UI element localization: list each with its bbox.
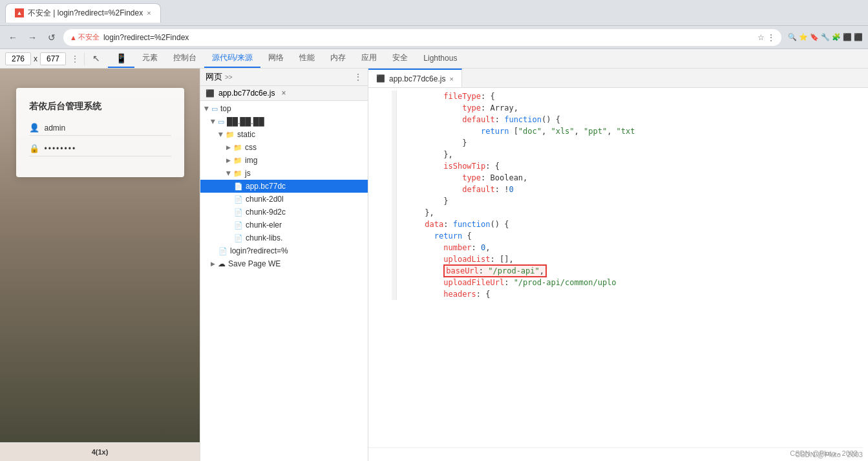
arrow-js: ▶ — [226, 171, 232, 176]
code-line-1: fileType: { — [368, 91, 868, 102]
code-line-3: default: function() { — [368, 114, 868, 125]
mobile-icon: 📱 — [116, 53, 127, 63]
lineno — [371, 160, 392, 172]
lineno — [371, 102, 392, 114]
code-line-2: type: Array, — [368, 102, 868, 114]
code-text: baseUrl: "/prod-api", — [397, 265, 865, 277]
code-line-4: return ["doc", "xls", "ppt", "txt — [368, 125, 868, 137]
code-line-10: } — [368, 195, 868, 207]
tree-label-app: app.bc77dc — [246, 182, 286, 191]
tree-item-static[interactable]: ▶ 📁 static — [200, 128, 368, 141]
webpage-background: 若依后台管理系统 👤 admin 🔒 •••••••• — [0, 69, 200, 442]
tab-sources[interactable]: 源代码/来源 — [204, 49, 260, 68]
performance-label: 性能 — [299, 52, 315, 63]
lineno — [371, 265, 392, 277]
tree-item-top[interactable]: ▶ ▭ top — [200, 102, 368, 115]
tree-item-chunk1[interactable]: 📄 chunk-2d0l — [200, 193, 368, 206]
watermark-fixed: CSDN @Pluto - 2003 — [795, 451, 863, 458]
code-text: type: Boolean, — [397, 172, 865, 184]
tree-item-img[interactable]: ▶ 📁 img — [200, 154, 368, 167]
tree-item-css[interactable]: ▶ 📁 css — [200, 141, 368, 154]
width-input[interactable] — [5, 52, 31, 65]
tree-label-css: css — [245, 143, 257, 152]
tree-label-chunk4: chunk-libs. — [246, 233, 282, 242]
code-text: } — [397, 195, 865, 207]
code-text: default: !0 — [397, 184, 865, 195]
tab-bar: ▲ 不安全 | login?redirect=%2Findex × — [0, 0, 868, 26]
tab-cursor[interactable]: ↖ — [85, 49, 108, 68]
code-line-7: isShowTip: { — [368, 160, 868, 172]
lineno — [371, 91, 392, 102]
code-text: data: function() { — [397, 219, 865, 230]
code-text: isShowTip: { — [397, 160, 865, 172]
tree-item-app-file[interactable]: 📄 app.bc77dc — [200, 180, 368, 193]
password-value: •••••••• — [45, 144, 77, 153]
login-bottom-bar: 4(1x) — [0, 442, 200, 461]
code-line-11: }, — [368, 207, 868, 219]
tree-label-chunk3: chunk-eler — [246, 220, 282, 230]
lineno — [371, 230, 392, 242]
code-line-9: default: !0 — [368, 184, 868, 195]
code-text: }, — [397, 149, 865, 160]
code-text: return ["doc", "xls", "ppt", "txt — [397, 125, 865, 137]
code-text: uploadFileUrl: "/prod-api/common/uplo — [397, 277, 865, 288]
arrow-top: ▶ — [204, 107, 210, 111]
tab-security[interactable]: 安全 — [385, 49, 416, 68]
tab-console[interactable]: 控制台 — [165, 49, 204, 68]
code-text: return { — [397, 230, 865, 242]
tree-item-js[interactable]: ▶ 📁 js — [200, 167, 368, 180]
tab-mobile[interactable]: 📱 — [108, 49, 134, 68]
folder-icon-top: ▭ — [211, 105, 218, 113]
tab-memory[interactable]: 内存 — [323, 49, 354, 68]
more-options-icon[interactable]: ⋮ — [71, 54, 79, 63]
back-button[interactable]: ← — [5, 30, 21, 45]
address-bar-row: ← → ↺ ▲ 不安全 login?redirect=%2Findex ☆ ⋮ … — [0, 26, 868, 49]
tree-item-savepage[interactable]: ▶ ☁ Save Page WE — [200, 257, 368, 270]
tab-application[interactable]: 应用 — [354, 49, 385, 68]
code-tab-app[interactable]: ⬛ app.bc77dc6e.js × — [368, 69, 462, 87]
code-area[interactable]: fileType: { type: Array, default: functi… — [368, 88, 868, 450]
height-input[interactable] — [40, 52, 66, 65]
folder-icon-img: 📁 — [233, 156, 242, 165]
lineno — [371, 184, 392, 195]
tab-performance[interactable]: 性能 — [291, 49, 323, 68]
forward-button[interactable]: → — [25, 30, 40, 45]
devtools-toolbar: x ⋮ ↖ 📱 元素 控制台 源代码/来源 网络 性能 内存 应用 — [0, 49, 868, 69]
browser-tab[interactable]: ▲ 不安全 | login?redirect=%2Findex × — [5, 3, 161, 23]
code-number-icon: ⬛ — [206, 89, 215, 98]
tree-item-domain[interactable]: ▶ ▭ ██.██.██ — [200, 115, 368, 128]
file-close-icon[interactable]: × — [281, 89, 286, 98]
file-icon-app: 📄 — [234, 182, 243, 191]
browser-chrome: ▲ 不安全 | login?redirect=%2Findex × ← → ↺ … — [0, 0, 868, 49]
reload-button[interactable]: ↺ — [44, 30, 59, 45]
login-bottom-text: 4(1x) — [92, 448, 109, 456]
filetree-expand-icon[interactable]: >> — [225, 74, 233, 81]
filetree-menu-icon[interactable]: ⋮ — [354, 72, 363, 82]
address-bar[interactable]: ▲ 不安全 login?redirect=%2Findex ☆ ⋮ — [63, 29, 781, 46]
code-text: uploadList: [], — [397, 253, 865, 265]
folder-icon-css: 📁 — [233, 144, 242, 152]
file-icon-login: 📄 — [218, 247, 228, 255]
tab-lighthouse[interactable]: Lighthous — [416, 49, 465, 68]
code-line-6: }, — [368, 149, 868, 160]
lineno — [371, 288, 392, 300]
address-text: login?redirect=%2Findex — [103, 33, 189, 42]
tab-elements[interactable]: 元素 — [134, 49, 165, 68]
tree-item-chunk4[interactable]: 📄 chunk-libs. — [200, 231, 368, 244]
arrow-css: ▶ — [226, 144, 231, 151]
tab-network[interactable]: 网络 — [260, 49, 291, 68]
tab-close-button[interactable]: × — [147, 9, 151, 17]
login-title: 若依后台管理系统 — [29, 101, 171, 113]
arrow-savepage: ▶ — [211, 261, 215, 267]
code-line-highlight: baseUrl: "/prod-api", — [368, 265, 868, 277]
folder-icon-domain: ▭ — [218, 118, 224, 126]
tree-item-chunk2[interactable]: 📄 chunk-9d2c — [200, 206, 368, 219]
tree-label-js: js — [245, 169, 251, 178]
filetree-body: ▶ ▭ top ▶ ▭ ██.██.██ ▶ 📁 static ▶ 📁 css — [200, 101, 368, 461]
tree-item-login[interactable]: 📄 login?redirect=% — [200, 244, 368, 257]
lighthouse-label: Lighthous — [423, 54, 457, 63]
code-tab-close[interactable]: × — [449, 75, 453, 83]
lineno — [371, 114, 392, 125]
tree-item-chunk3[interactable]: 📄 chunk-eler — [200, 219, 368, 231]
lineno — [371, 277, 392, 288]
